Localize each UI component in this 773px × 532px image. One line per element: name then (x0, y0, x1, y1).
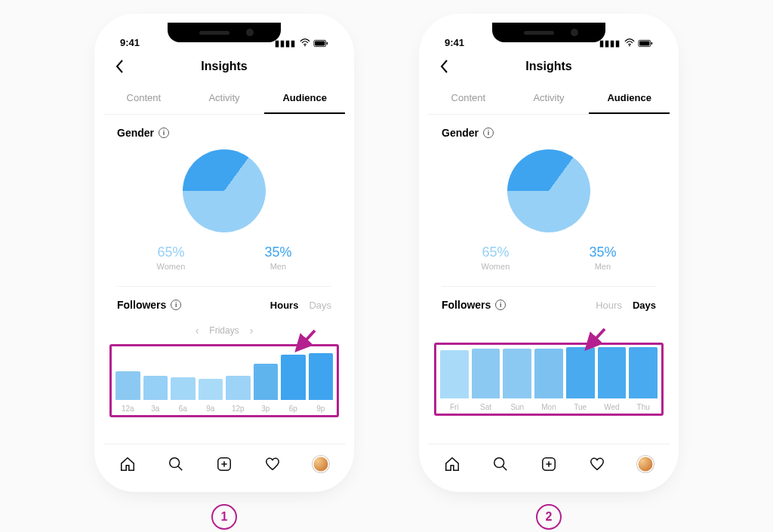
tab-activity[interactable]: Activity (184, 83, 265, 114)
bottom-tabbar (428, 444, 670, 483)
chevron-left-icon[interactable]: ‹ (196, 324, 199, 337)
tab-audience[interactable]: Audience (264, 83, 345, 114)
chart-xlabel: Sat (472, 403, 500, 411)
chart-xlabel: 6a (171, 404, 196, 413)
svg-rect-9 (651, 42, 653, 45)
svg-point-6 (629, 45, 630, 47)
tabs: Content Activity Audience (428, 83, 670, 115)
chart-xlabel: Mon (534, 403, 563, 411)
chart-bar (281, 355, 306, 400)
svg-rect-3 (327, 42, 328, 45)
svg-point-0 (304, 45, 306, 47)
page-title: Insights (201, 60, 247, 73)
svg-rect-8 (639, 42, 649, 46)
gender-women: 65% Women (482, 244, 510, 271)
back-button[interactable] (114, 59, 125, 77)
hours-chart: 12a3a6a9a12p3p6p9p (112, 347, 336, 414)
svg-rect-2 (315, 42, 325, 46)
gender-men: 35% Men (264, 244, 291, 271)
page-title: Insights (525, 60, 571, 73)
chart-xlabel: 9p (309, 404, 334, 413)
header: Insights (428, 50, 670, 83)
annotation-badge-1: 1 (211, 504, 237, 530)
day-selector[interactable]: ‹ Fridays › (103, 314, 345, 341)
chevron-right-icon[interactable]: › (250, 324, 254, 337)
chart-bar (566, 347, 595, 398)
chart-bar (629, 347, 658, 398)
hours-days-toggle: Hours Days (596, 300, 656, 311)
gender-pie-chart (183, 149, 266, 232)
chart-bar (171, 377, 196, 400)
add-icon[interactable] (540, 456, 557, 472)
profile-avatar[interactable] (313, 456, 329, 472)
chart-xlabel: 9a (199, 404, 223, 413)
chart-xlabel: Sun (503, 403, 531, 411)
chart-xlabel: 3p (254, 404, 279, 413)
selected-day: Fridays (209, 325, 239, 336)
chart-xlabel: 3a (143, 404, 168, 413)
followers-header: Followers i Hours Days (428, 287, 670, 314)
chart-xlabel: 12p (226, 404, 251, 413)
notch (168, 23, 281, 42)
profile-avatar[interactable] (637, 456, 654, 472)
chart-xlabel: 6p (281, 404, 306, 413)
tab-content[interactable]: Content (103, 83, 184, 114)
followers-header: Followers i Hours Days (103, 287, 345, 314)
phone-1: 9:41 ▮▮▮▮ Insights Content Activity Audi… (103, 23, 345, 532)
gender-title: Gender (117, 127, 154, 139)
notch (492, 23, 605, 42)
search-icon[interactable] (492, 456, 509, 472)
spacer (428, 314, 670, 340)
device-frame: 9:41 ▮▮▮▮ Insights Content Activity Audi… (428, 23, 670, 483)
gender-title: Gender (442, 127, 479, 139)
chart-xlabel: 12a (115, 404, 140, 413)
chart-xlabel: Tue (566, 403, 595, 411)
chart-bar (598, 347, 627, 398)
chart-xlabel: Wed (598, 403, 627, 411)
gender-men: 35% Men (589, 244, 616, 271)
tab-audience[interactable]: Audience (589, 83, 670, 114)
heart-icon[interactable] (589, 456, 605, 472)
chart-bar (254, 364, 279, 400)
info-icon[interactable]: i (159, 128, 169, 138)
status-time: 9:41 (445, 37, 464, 48)
home-icon[interactable] (119, 456, 136, 472)
info-icon[interactable]: i (483, 128, 494, 138)
chart-xlabel: Fri (440, 403, 469, 411)
chart-bar (440, 350, 469, 398)
chart-bar (115, 371, 140, 400)
toggle-days[interactable]: Days (633, 300, 656, 311)
search-icon[interactable] (168, 456, 184, 472)
gender-section: Gender i 65% Women 35% Men (103, 115, 345, 286)
gender-section: Gender i 65% Women 35% Men (428, 115, 670, 286)
svg-point-10 (494, 457, 504, 467)
status-icons: ▮▮▮▮ (275, 38, 328, 48)
header: Insights (103, 50, 345, 83)
gender-women: 65% Women (157, 244, 186, 271)
status-icons: ▮▮▮▮ (599, 38, 653, 48)
back-button[interactable] (439, 59, 449, 77)
heart-icon[interactable] (264, 456, 281, 472)
tabs: Content Activity Audience (103, 83, 345, 115)
chart-bar (199, 379, 223, 400)
bottom-tabbar (103, 444, 345, 483)
toggle-hours[interactable]: Hours (270, 300, 299, 311)
gender-pie-chart (507, 149, 590, 232)
info-icon[interactable]: i (171, 300, 181, 310)
toggle-hours[interactable]: Hours (596, 300, 622, 311)
home-icon[interactable] (444, 456, 460, 472)
tab-content[interactable]: Content (428, 83, 509, 114)
tab-activity[interactable]: Activity (509, 83, 590, 114)
followers-title: Followers (117, 299, 166, 311)
chart-bar (143, 376, 168, 400)
toggle-days[interactable]: Days (309, 300, 331, 311)
annotation-badge-2: 2 (536, 504, 562, 530)
phone-2: 9:41 ▮▮▮▮ Insights Content Activity Audi… (428, 23, 670, 532)
chart-bar (534, 349, 563, 398)
add-icon[interactable] (216, 456, 233, 472)
chart-bar (503, 349, 531, 398)
info-icon[interactable]: i (495, 300, 506, 310)
days-chart: FriSatSunMonTueWedThu (437, 346, 661, 413)
device-frame: 9:41 ▮▮▮▮ Insights Content Activity Audi… (103, 23, 345, 483)
status-time: 9:41 (120, 37, 140, 48)
